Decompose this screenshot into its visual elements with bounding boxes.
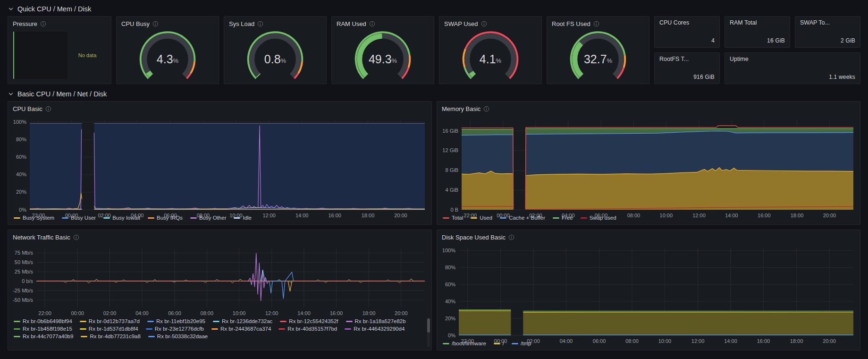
svg-text:50 Mb/s: 50 Mb/s bbox=[15, 259, 34, 265]
series-color-dash bbox=[148, 217, 154, 219]
legend-item[interactable]: Busy User bbox=[62, 215, 96, 221]
panel-root-fs-used: Root FS Used 32.7% bbox=[547, 16, 649, 84]
memory-basic-plot[interactable]: 22:0000:0002:0004:0006:0008:0010:0012:00… bbox=[437, 116, 860, 214]
legend-item[interactable]: Free bbox=[553, 215, 573, 221]
legend-item[interactable]: Rx br-12c55424352f bbox=[280, 318, 338, 324]
legend-item[interactable]: Rx br-1b458f198e15 bbox=[14, 326, 72, 332]
legend-item[interactable]: Rx br-1d537d1db8f4 bbox=[80, 326, 138, 332]
panel-title-rootfs-total[interactable]: RootFS T... bbox=[655, 53, 719, 65]
panel-title-text: RootFS T... bbox=[659, 56, 689, 62]
info-icon[interactable] bbox=[508, 234, 514, 240]
legend-label: Swap used bbox=[590, 215, 616, 221]
row-title: Quick CPU / Mem / Disk bbox=[17, 5, 91, 13]
panel-title-text: Disk Space Used Basic bbox=[442, 234, 506, 241]
disk-space-used-plot[interactable]: 22:0000:0002:0004:0006:0008:0010:0012:00… bbox=[437, 244, 860, 339]
panel-title-swap-used[interactable]: SWAP Used bbox=[439, 17, 541, 31]
legend-label: Busy Iowait bbox=[112, 215, 140, 221]
info-icon[interactable] bbox=[40, 21, 46, 27]
legend-label: Free bbox=[562, 215, 573, 221]
panel-title-memory-basic[interactable]: Memory Basic bbox=[437, 102, 860, 116]
legend-item[interactable]: Rx br-1236dde732ac bbox=[213, 318, 272, 324]
pressure-sparkline[interactable] bbox=[13, 32, 67, 79]
legend-item[interactable]: Rx br-11ebf1b20e95 bbox=[147, 318, 205, 324]
legend-item[interactable]: Used bbox=[471, 215, 492, 221]
panel-title-swap-total[interactable]: SWAP To... bbox=[795, 17, 860, 29]
series-color-dash bbox=[471, 217, 477, 219]
svg-text:0%: 0% bbox=[448, 333, 455, 338]
info-icon[interactable] bbox=[369, 21, 375, 27]
legend-item[interactable]: / bbox=[494, 341, 504, 346]
panel-title-cpu-basic[interactable]: CPU Basic bbox=[8, 102, 431, 116]
series-color-dash bbox=[494, 343, 500, 344]
panel-title-disk-space-used-basic[interactable]: Disk Space Used Basic bbox=[437, 230, 860, 244]
series-color-dash bbox=[80, 321, 86, 322]
series-color-dash bbox=[211, 328, 218, 330]
svg-text:100%: 100% bbox=[13, 119, 26, 125]
legend-item[interactable]: Busy IRQs bbox=[148, 215, 183, 221]
series-color-dash bbox=[581, 217, 587, 219]
panel-title-cpu-cores[interactable]: CPU Cores bbox=[655, 17, 719, 29]
legend-item[interactable]: Rx br-0d12b737aa7d bbox=[80, 318, 140, 324]
panel-title-ram-used[interactable]: RAM Used bbox=[332, 17, 434, 31]
svg-text:32.7%: 32.7% bbox=[584, 52, 613, 66]
info-icon[interactable] bbox=[152, 21, 159, 27]
series-color-dash bbox=[14, 336, 20, 337]
network-traffic-basic-plot[interactable]: 22:0000:0002:0004:0006:0008:0010:0012:00… bbox=[8, 244, 431, 317]
legend-label: Rx br-44c7077a40b9 bbox=[23, 333, 73, 339]
svg-text:16:00: 16:00 bbox=[330, 310, 343, 316]
legend-label: Rx br-1b458f198e15 bbox=[23, 326, 72, 332]
stat-value: 916 GiB bbox=[693, 74, 715, 80]
legend-scrollbar[interactable] bbox=[427, 318, 430, 347]
panel-title-uptime[interactable]: Uptime bbox=[725, 53, 860, 65]
info-icon[interactable] bbox=[593, 21, 599, 27]
info-icon[interactable] bbox=[481, 21, 487, 27]
legend-item[interactable]: Rx br-4464329290d4 bbox=[345, 326, 405, 332]
info-icon[interactable] bbox=[45, 106, 51, 112]
panel-title-root-fs-used[interactable]: Root FS Used bbox=[547, 17, 649, 31]
legend-item[interactable]: Rx br-1a18a527e82b bbox=[346, 318, 406, 324]
legend-item[interactable]: Idle bbox=[234, 215, 252, 221]
legend-item[interactable]: Rx br-2443687ca374 bbox=[211, 326, 271, 332]
svg-text:16 GiB: 16 GiB bbox=[442, 128, 458, 134]
panel-title-text: Sys Load bbox=[229, 20, 254, 27]
legend-label: Rx br-4464329290d4 bbox=[354, 326, 405, 332]
info-icon[interactable] bbox=[73, 234, 79, 240]
series-color-dash bbox=[14, 217, 20, 219]
panel-title-pressure[interactable]: Pressure bbox=[8, 17, 111, 31]
panel-swap-used: SWAP Used 4.1% bbox=[439, 16, 542, 84]
legend-item[interactable]: Cache + Buffer bbox=[500, 215, 545, 221]
panel-title-ram-total[interactable]: RAM Total bbox=[725, 17, 790, 29]
legend-scrollbar-thumb[interactable] bbox=[427, 318, 430, 333]
legend-item[interactable]: Busy System bbox=[14, 215, 54, 221]
legend-item[interactable]: Rx br-40d35157f7bd bbox=[278, 326, 337, 332]
pressure-series-line bbox=[13, 32, 14, 79]
row-header-quick-cpu-mem-disk[interactable]: Quick CPU / Mem / Disk bbox=[8, 2, 91, 16]
legend-item[interactable]: /tmp bbox=[512, 341, 531, 346]
legend-item[interactable]: Total bbox=[443, 215, 463, 221]
series-color-dash bbox=[443, 217, 449, 219]
info-icon[interactable] bbox=[483, 106, 489, 112]
series-color-dash bbox=[81, 336, 87, 337]
legend-item[interactable]: Rx br-4db77231c9a8 bbox=[81, 333, 140, 339]
legend-item[interactable]: Rx br-44c7077a40b9 bbox=[14, 333, 73, 339]
svg-text:60%: 60% bbox=[445, 282, 455, 287]
legend-item[interactable]: Rx br-0b6b6498bf94 bbox=[14, 318, 72, 324]
legend-item[interactable]: Swap used bbox=[581, 215, 616, 221]
legend-item[interactable]: Busy Iowait bbox=[103, 215, 140, 221]
cpu-basic-plot[interactable]: 22:0000:0002:0004:0006:0008:0010:0012:00… bbox=[8, 116, 431, 214]
legend-item[interactable]: /boot/firmware bbox=[443, 341, 486, 346]
info-icon[interactable] bbox=[257, 21, 263, 27]
panel-title-network-traffic-basic[interactable]: Network Traffic Basic bbox=[8, 230, 431, 244]
legend-item[interactable]: Rx br-50338c32daae bbox=[148, 333, 208, 339]
series-color-dash bbox=[147, 321, 154, 322]
svg-text:06:00: 06:00 bbox=[168, 310, 181, 316]
row-header-basic-cpu-mem-net-disk[interactable]: Basic CPU / Mem / Net / Disk bbox=[8, 87, 107, 101]
panel-title-cpu-busy[interactable]: CPU Busy bbox=[117, 17, 219, 31]
svg-text:100%: 100% bbox=[442, 248, 455, 253]
chevron-down-icon bbox=[8, 6, 14, 12]
panel-title-sys-load[interactable]: Sys Load bbox=[224, 17, 326, 31]
cpu-basic-legend: Busy SystemBusy UserBusy IowaitBusy IRQs… bbox=[8, 214, 431, 224]
legend-item[interactable]: Rx br-23e12776dcfb bbox=[146, 326, 204, 332]
panel-title-text: CPU Cores bbox=[659, 19, 689, 26]
legend-item[interactable]: Busy Other bbox=[190, 215, 227, 221]
